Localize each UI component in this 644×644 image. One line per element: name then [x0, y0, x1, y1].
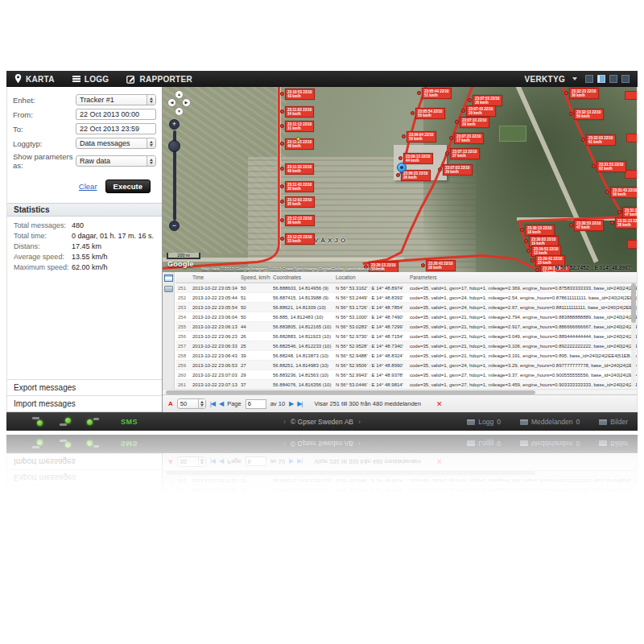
table-row[interactable]: 251 2013-10-22 23:05:34 50 56.888603, 14… — [175, 283, 637, 293]
nav-item-logg[interactable]: LOGG — [72, 75, 109, 84]
cell-speed: 26 — [238, 332, 270, 341]
nav-label: VERKTYG — [525, 75, 565, 84]
col-header-parameters[interactable]: Parameters — [407, 272, 637, 283]
bilder-button[interactable]: Bilder — [599, 418, 628, 426]
device-select[interactable]: Tracker #1 — [76, 94, 156, 105]
map-speed-label[interactable]: 23:12:03 22/10 35 km/h — [285, 196, 315, 208]
map-speed-label[interactable]: 23:05:44 22/10 51 km/h — [422, 88, 452, 99]
device-status-icon-1[interactable] — [32, 417, 45, 427]
horizontal-scrollbar[interactable] — [163, 389, 637, 394]
col-header-speed[interactable]: Speed, km/h — [238, 272, 270, 283]
pan-right-button[interactable]: ▶ — [182, 98, 191, 107]
table-row[interactable]: 258 2013-10-22 23:06:43 39 56.88248, 14.… — [175, 351, 637, 361]
clear-link[interactable]: Clear — [79, 182, 97, 191]
to-date-input[interactable]: 22 Oct 2013 23:59 — [76, 123, 156, 134]
nav-item-karta[interactable]: KARTA — [14, 74, 55, 84]
table-row[interactable]: 261 2013-10-22 23:07:13 37 56.884076, 14… — [175, 380, 637, 390]
col-header-location[interactable]: Location — [333, 272, 407, 283]
print-icon[interactable] — [164, 286, 173, 292]
map-speed-label[interactable]: 23:12:23 22/10 33 km/h — [285, 233, 315, 245]
table-row: 258 2013-10-22 23:06:43 39 56.88248, 14.… — [175, 506, 637, 506]
device-status-icon-3[interactable] — [87, 417, 100, 427]
table-row[interactable]: 256 2013-10-22 23:06:23 26 56.882883, 14… — [175, 332, 637, 341]
map-speed-label[interactable]: 23:11:33 22/10 49 km/h — [285, 163, 314, 175]
map-speed-label[interactable]: 23:32:13 22/10 59 km/h — [574, 109, 604, 120]
table-row[interactable]: 254 2013-10-22 23:06:04 50 56.885, 14.81… — [175, 312, 637, 322]
route-point-dot — [280, 218, 284, 222]
layout-1-button[interactable] — [585, 75, 593, 83]
map-speed-label[interactable]: 23:11:13 22/10 31 km/h — [285, 121, 314, 132]
map-speed-label[interactable]: 23:12:13 22/10 38 km/h — [285, 215, 315, 226]
map-canvas[interactable]: VÄXJÖ — [163, 87, 637, 272]
map-speed-label[interactable]: 23:31:53 22/10 62 km/h — [597, 161, 626, 172]
cell-parameters: code=35, valid=1, gsm=27, hdop=1, mileag… — [407, 477, 637, 486]
map-speed-label[interactable]: 23:06:04 22/10 50 km/h — [407, 131, 436, 142]
map-speed-label[interactable]: 23:07:33 22/10 29 km/h — [460, 117, 489, 128]
device-status-icon-2[interactable] — [60, 417, 72, 427]
zoom-in-button[interactable]: + — [169, 119, 180, 130]
table-row[interactable]: 252 2013-10-22 23:05:44 51 56.887415, 14… — [175, 293, 637, 303]
next-page-button[interactable]: ▶ — [289, 400, 293, 407]
verktyg-menu[interactable]: VERKTYG — [525, 75, 577, 84]
map-speed-label[interactable]: 23:07:53 22/10 26 km/h — [473, 95, 502, 106]
table-row[interactable]: 259 2013-10-22 23:06:53 27 56.88251, 14.… — [175, 361, 637, 370]
layout-4-button[interactable] — [621, 75, 630, 83]
params-format-select[interactable]: Raw data — [76, 155, 156, 167]
pan-left-button[interactable]: ◀ — [167, 98, 176, 107]
sort-icon[interactable]: A — [168, 400, 173, 407]
page-size-select[interactable]: 50 — [177, 398, 206, 409]
layout-3-button[interactable] — [609, 75, 617, 83]
map-speed-label[interactable]: 23:31:33 22/10 47 km/h — [622, 207, 637, 218]
col-header-time[interactable]: Time — [190, 272, 238, 283]
cell-parameters: code=35, valid=1, gsm=21, hdop=1, mileag… — [407, 332, 637, 341]
map-speed-label[interactable]: 23:07:23 22/10 17 km/h — [454, 133, 484, 144]
cell-coordinates: 56.883805, 14.812165 (10) — [270, 322, 333, 332]
map-speed-label[interactable]: 23:11:43 22/10 20 km/h — [285, 181, 314, 192]
last-page-button[interactable]: ▶| — [297, 400, 302, 407]
prev-page-button[interactable]: ◀ — [219, 400, 223, 407]
map-speed-label[interactable]: 23:07:03 22/10 29 km/h — [443, 164, 473, 175]
map-speed-label[interactable]: 23:11:03 22/10 34 km/h — [285, 106, 314, 118]
map-speed-label[interactable]: 23:31:13 22/10 38 km/h — [615, 217, 637, 229]
sidebar-action-item[interactable]: Export messages — [7, 379, 162, 395]
page-number-input[interactable] — [246, 399, 266, 409]
map-speed-label[interactable]: 23:07:43 22/10 29 km/h — [466, 105, 496, 117]
map-speed-label[interactable]: 23:07:13 22/10 37 km/h — [450, 148, 480, 159]
label-speed: 18 km/h — [527, 230, 552, 234]
execute-button[interactable]: Execute — [105, 180, 151, 193]
pan-up-button[interactable]: ▲ — [175, 90, 184, 99]
zoom-out-button[interactable]: − — [169, 221, 180, 231]
close-icon[interactable]: ✕ — [436, 400, 443, 408]
map-speed-label[interactable]: 23:32:03 22/10 61 km/h — [586, 134, 616, 146]
table-row[interactable]: 253 2013-10-22 23:05:54 50 56.88621, 14.… — [175, 303, 637, 312]
logg-counter[interactable]: Logg 0 — [467, 418, 501, 426]
cell-time: 2013-10-22 23:07:13 — [190, 380, 238, 390]
pan-down-button[interactable]: ▼ — [175, 107, 184, 116]
map-speed-label[interactable]: 23:30:13 22/10 18 km/h — [525, 225, 555, 236]
cell-coordinates: 56.88251, 14.814983 (10) — [270, 496, 333, 506]
col-header-coordinates[interactable]: Coordinates — [270, 272, 333, 283]
list-view-icon[interactable] — [164, 275, 173, 282]
table-row[interactable]: 255 2013-10-22 23:06:13 44 56.883805, 14… — [175, 322, 637, 332]
map-speed-label[interactable]: 23:05:54 22/10 50 km/h — [415, 108, 445, 119]
col-header-id[interactable] — [175, 272, 190, 283]
layout-2-button[interactable] — [597, 75, 605, 83]
zoom-slider-handle[interactable] — [168, 140, 180, 152]
meddelanden-counter[interactable]: Meddelanden 0 — [520, 418, 580, 426]
map-speed-label[interactable]: 23:10:53 22/10 43 km/h — [285, 89, 315, 100]
sidebar-action-item[interactable]: Import messages — [7, 395, 162, 412]
first-page-button[interactable]: |◀ — [210, 400, 215, 407]
nav-item-rapporter[interactable]: RAPPORTER — [126, 75, 192, 84]
logtype-select[interactable]: Data messages — [76, 138, 156, 149]
map-speed-label[interactable]: 23:31:43 22/10 58 km/h — [610, 187, 637, 198]
table-row[interactable]: 260 2013-10-22 23:07:03 29 56.883236, 14… — [175, 370, 637, 380]
sms-status-label[interactable]: SMS — [121, 418, 138, 426]
map-speed-label[interactable]: 23:30:53 22/10 47 km/h — [574, 220, 604, 231]
map-speed-label[interactable]: 23:06:13 22/10 44 km/h — [403, 153, 433, 164]
from-date-input[interactable]: 22 Oct 2013 00:00 — [76, 109, 156, 120]
table-row[interactable]: 257 2013-10-22 23:06:33 25 56.882546, 14… — [175, 341, 637, 351]
cell-coordinates: 56.882883, 14.811923 (10) — [270, 332, 333, 341]
vehicle-position-marker[interactable] — [397, 163, 407, 176]
map-speed-label[interactable]: 23:32:23 22/10 30 km/h — [569, 88, 599, 99]
vertical-scrollbar[interactable] — [631, 283, 636, 387]
